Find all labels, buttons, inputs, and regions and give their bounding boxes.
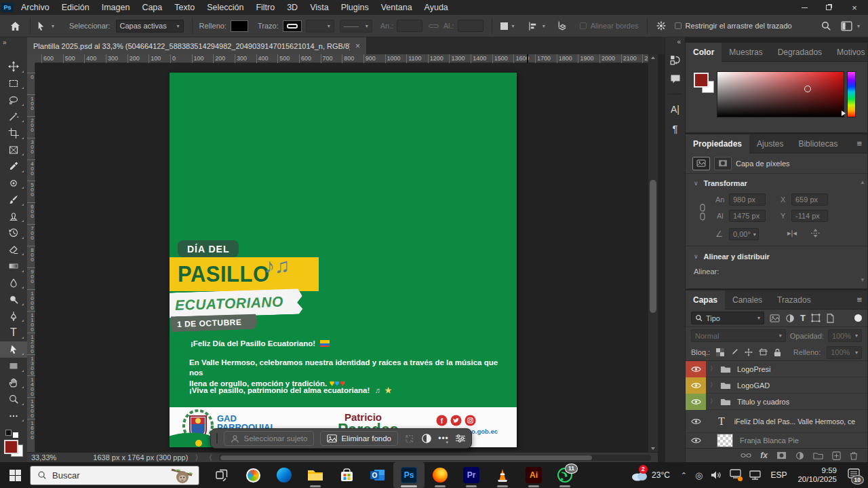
filter-adjustment-icon[interactable] [785, 314, 795, 323]
tool-zoom[interactable] [0, 391, 27, 408]
minimize-button[interactable] [792, 0, 816, 15]
layer-row[interactable]: Franja Blanca Pie [686, 433, 867, 448]
menu-item[interactable]: Texto [168, 3, 201, 12]
menu-item[interactable]: Edición [56, 3, 96, 12]
tab-close-icon[interactable]: × [355, 41, 360, 51]
select-subject-button[interactable]: Seleccionar sujeto [224, 431, 314, 446]
lock-pixels-icon[interactable] [730, 348, 738, 356]
tool-more-options[interactable] [0, 408, 27, 425]
menu-item[interactable]: Archivo [15, 3, 56, 12]
width-field[interactable] [397, 20, 422, 32]
tray-expand-chevron[interactable]: ⌃ [681, 471, 687, 480]
panel-tab[interactable]: Color [686, 43, 722, 62]
menu-item[interactable]: Selección [201, 3, 250, 12]
group-expand-arrow[interactable]: 〉 [710, 364, 716, 373]
doc-info-arrow[interactable]: 〉 [195, 453, 202, 463]
layer-visibility[interactable] [686, 410, 706, 433]
path-alignment-icon[interactable]: ▾ [528, 21, 545, 31]
group-expand-arrow[interactable]: 〉 [710, 381, 716, 390]
lock-artboard-icon[interactable] [759, 348, 768, 356]
layer-visibility-yellow[interactable] [686, 377, 706, 394]
tool-rectangular-marquee[interactable] [0, 75, 27, 92]
doc-info-arrow-2[interactable]: 〈 [205, 453, 212, 463]
stroke-swatch[interactable] [283, 20, 302, 32]
gear-icon[interactable] [656, 20, 667, 31]
color-field[interactable] [717, 71, 844, 117]
scroll-down-arrow[interactable] [651, 447, 655, 450]
comments-panel-icon[interactable] [665, 69, 685, 88]
panel-tab[interactable]: Muestras [722, 43, 770, 62]
layer-visibility-green[interactable] [686, 394, 706, 410]
group-expand-arrow[interactable]: 〉 [710, 397, 716, 406]
menu-item[interactable]: Vista [304, 3, 335, 12]
delete-layer-icon[interactable] [850, 451, 858, 460]
flip-vertical-icon[interactable] [810, 229, 821, 238]
tray-app-icon[interactable]: ◎ [695, 470, 703, 481]
tool-preset-move[interactable]: ▾ [31, 21, 60, 31]
home-icon[interactable] [0, 20, 30, 32]
dock-collapse-icon[interactable]: « [665, 37, 685, 46]
file-explorer-icon[interactable] [300, 462, 331, 488]
character-panel-icon[interactable]: A| [665, 100, 685, 119]
filter-smart-object-icon[interactable] [826, 314, 835, 323]
tool-type[interactable]: T [0, 324, 27, 341]
new-layer-icon[interactable] [832, 451, 841, 460]
align-section-header[interactable]: ∨ Alinear y distribuir [694, 252, 859, 261]
paragraph-panel-icon[interactable]: ¶ [665, 119, 685, 138]
toolbar-collapse-icon[interactable]: » [3, 39, 7, 46]
volume-icon[interactable] [711, 470, 722, 480]
path-arrangement-icon[interactable] [556, 20, 568, 32]
new-group-icon[interactable] [813, 452, 823, 459]
vlc-icon[interactable] [487, 462, 518, 488]
select-mode-dropdown[interactable]: Capas activas▾ [116, 20, 184, 33]
close-button[interactable]: × [841, 0, 868, 15]
rotation-field[interactable]: 0,00°▾ [729, 228, 759, 240]
layer-effects-icon[interactable]: fx [760, 451, 768, 460]
layer-row[interactable]: 〉 LogoPresi [686, 361, 867, 377]
menu-item[interactable]: Ayuda [418, 3, 454, 12]
whatsapp-icon[interactable]: 11 [549, 462, 580, 488]
layer-filter-dropdown[interactable]: Tipo ▾ [691, 312, 764, 324]
transform-x-field[interactable]: 659 px [791, 193, 828, 206]
transform-y-field[interactable]: -114 px [791, 210, 828, 222]
drag-handle[interactable] [216, 433, 218, 444]
fill-dropdown[interactable]: 100%▾ [827, 346, 862, 359]
link-dimensions-icon[interactable]: ⊂⊃ [428, 22, 437, 31]
edge-icon[interactable] [269, 462, 300, 488]
more-options-icon[interactable]: ••• ▾ [438, 434, 449, 443]
panel-menu-icon[interactable]: ≡ [851, 290, 867, 309]
horizontal-scroll-thumb[interactable] [220, 455, 592, 460]
constrain-path-option[interactable]: Restringir el arrastre del trazado [675, 22, 792, 30]
filter-shape-icon[interactable] [811, 314, 821, 322]
menu-item[interactable]: Plugins [335, 3, 375, 12]
transform-icon[interactable] [404, 434, 415, 444]
tool-eyedropper[interactable] [0, 158, 27, 175]
vertical-scroll-thumb[interactable] [650, 180, 656, 313]
menu-item[interactable]: Imagen [96, 3, 136, 12]
blend-mode-dropdown[interactable]: Normal▾ [691, 329, 786, 342]
zoom-level[interactable]: 33,33% [31, 453, 56, 462]
lock-all-icon[interactable] [774, 348, 781, 357]
tool-lasso[interactable] [0, 92, 27, 109]
opacity-dropdown[interactable]: 100%▾ [828, 329, 862, 342]
align-edges-option[interactable]: Alinear bordes [580, 22, 639, 30]
height-field[interactable] [458, 20, 484, 32]
network-icon[interactable] [749, 470, 761, 480]
outlook-icon[interactable]: O [362, 462, 393, 488]
premiere-icon[interactable]: Pr [456, 462, 487, 488]
keyboard-language[interactable]: ESP [770, 470, 787, 480]
pixel-layer-icon[interactable] [692, 157, 710, 170]
illustrator-icon[interactable]: Ai [518, 462, 549, 488]
panel-tab[interactable]: Bibliotecas [791, 134, 845, 153]
panel-tab[interactable]: Capas [686, 290, 725, 309]
hue-slider[interactable] [847, 71, 856, 117]
menu-item[interactable]: Filtro [250, 3, 281, 12]
tool-hand[interactable] [0, 375, 27, 392]
properties-sliders-icon[interactable] [455, 434, 466, 443]
photoshop-taskbar-icon[interactable]: Ps [393, 462, 425, 488]
tool-path-selection[interactable] [0, 341, 27, 358]
tool-gradient[interactable] [0, 258, 27, 275]
foreground-swatch[interactable] [694, 73, 709, 88]
adjustments-icon[interactable] [421, 433, 432, 444]
tool-spot-healing[interactable] [0, 175, 27, 192]
